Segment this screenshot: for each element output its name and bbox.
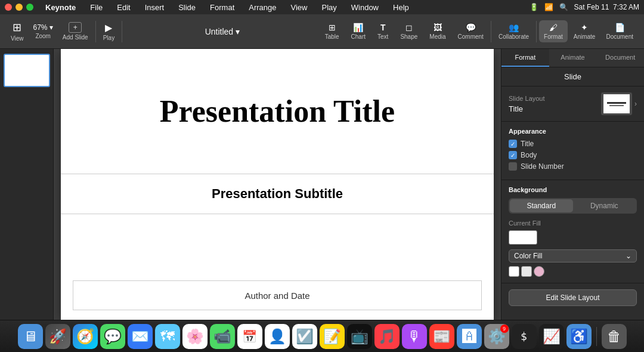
menu-play[interactable]: Play <box>318 2 340 13</box>
tab-animate[interactable]: Animate <box>549 49 597 67</box>
toolbar-add-slide[interactable]: + Add Slide <box>58 20 93 43</box>
slide-layout-label: Slide Layout <box>509 95 545 102</box>
menu-slide[interactable]: Slide <box>175 2 199 13</box>
toolbar-view[interactable]: ⊞ View <box>6 18 29 44</box>
toolbar-zoom[interactable]: 67% ▾ Zoom <box>29 21 58 42</box>
menu-arrange[interactable]: Arrange <box>245 2 280 13</box>
dock-trash[interactable]: 🗑 Trash <box>602 324 627 349</box>
toolbar-format-btn[interactable]: 🖌 Format <box>539 20 568 42</box>
dock-accessibility[interactable]: ♿ Accessibility Inspector <box>566 324 592 349</box>
dock-mail[interactable]: ✉️ Mail <box>128 324 153 349</box>
toolbar-animate-btn[interactable]: ✦ Animate <box>569 20 600 42</box>
dock-music[interactable]: 🎵 Music <box>374 324 400 349</box>
menu-format[interactable]: Format <box>206 2 238 13</box>
swatch-pink[interactable] <box>534 266 544 277</box>
dock-calendar[interactable]: 📅 Calendar <box>237 324 262 349</box>
dock-podcasts[interactable]: 🎙 Podcasts <box>402 324 427 349</box>
maximize-button[interactable] <box>26 4 33 11</box>
fill-dropdown[interactable]: Color Fill ⌄ <box>509 249 637 263</box>
dock-finder[interactable]: 🖥 Finder <box>18 324 43 349</box>
appearance-slidenumber-row[interactable]: Slide Number <box>509 162 637 171</box>
dock-photos[interactable]: 🌸 Photos <box>182 324 208 349</box>
title-checkbox[interactable]: ✓ <box>509 140 517 148</box>
dock-safari[interactable]: 🧭 Safari <box>73 324 98 349</box>
slide-subtitle-area[interactable]: Presentation Subtitle <box>61 174 494 214</box>
swatch-lightgray[interactable] <box>521 266 532 277</box>
dock-appstore[interactable]: 🅰 App Store <box>457 324 482 349</box>
slide-title[interactable]: Presentation Title <box>160 94 395 129</box>
menu-edit[interactable]: Edit <box>113 2 134 13</box>
toolbar: ⊞ View 67% ▾ Zoom + Add Slide ▶ Play Unt… <box>0 14 644 49</box>
canvas-area[interactable]: Presentation Title Presentation Subtitle… <box>54 49 501 320</box>
dock-reminders[interactable]: ☑️ Reminders <box>292 324 317 349</box>
toolbar-comment[interactable]: 💬 Comment <box>453 20 488 42</box>
swatch-white[interactable] <box>509 266 519 277</box>
slide-author-area[interactable]: Author and Date <box>73 280 482 310</box>
tab-format[interactable]: Format <box>501 49 549 67</box>
menu-insert[interactable]: Insert <box>141 2 168 13</box>
dock-maps[interactable]: 🗺 Maps <box>155 324 180 349</box>
doc-title-chevron: ▾ <box>236 27 240 36</box>
right-panel: Format Animate Document Slide Slide Layo… <box>501 49 644 320</box>
toolbar-shape[interactable]: ◻ Shape <box>395 20 422 42</box>
menu-help[interactable]: Help <box>389 2 413 13</box>
menu-view[interactable]: View <box>287 2 311 13</box>
dock-appletv[interactable]: 📺 Apple TV <box>347 324 372 349</box>
doc-title[interactable]: Untitled ▾ <box>205 27 240 36</box>
slide-subtitle[interactable]: Presentation Subtitle <box>212 186 343 202</box>
appearance-title-row[interactable]: ✓ Title <box>509 140 637 148</box>
maps-icon: 🗺 <box>160 328 175 345</box>
document-label: Document <box>606 33 633 40</box>
slide-layout-thumb[interactable] <box>601 92 632 115</box>
dock-contacts[interactable]: 👤 Contacts <box>265 324 290 349</box>
edit-slide-layout-button[interactable]: Edit Slide Layout <box>509 289 637 306</box>
body-checkbox[interactable]: ✓ <box>509 151 517 159</box>
dock-facetime[interactable]: 📹 FaceTime <box>210 324 235 349</box>
notes-icon: 📝 <box>323 328 341 345</box>
slide-canvas[interactable]: Presentation Title Presentation Subtitle… <box>61 49 494 320</box>
appearance-body-row[interactable]: ✓ Body <box>509 151 637 159</box>
toolbar-collaborate[interactable]: 👥 Collaborate <box>494 20 534 42</box>
toolbar-document-btn[interactable]: 📄 Document <box>601 20 638 42</box>
fill-color-box[interactable] <box>509 230 537 245</box>
dock-news[interactable]: 📰 News <box>429 324 454 349</box>
close-button[interactable] <box>5 4 12 11</box>
slide-layout-row[interactable]: Slide Layout Title › <box>509 92 637 115</box>
table-label: Table <box>325 33 339 40</box>
fill-label: Current Fill <box>509 220 637 227</box>
menu-search-icon[interactable]: 🔍 <box>559 3 568 11</box>
dock: 🖥 Finder 🚀 Launchpad 🧭 Safari 💬 Messages… <box>0 320 644 352</box>
slide-thumbnail-1[interactable] <box>4 54 50 87</box>
dock-launchpad[interactable]: 🚀 Launchpad <box>45 324 70 349</box>
dock-messages[interactable]: 💬 Messages <box>100 324 125 349</box>
separator-4 <box>536 21 537 42</box>
minimize-button[interactable] <box>16 4 23 11</box>
toolbar-table[interactable]: ⊞ Table <box>320 20 344 42</box>
animate-label: Animate <box>574 33 596 40</box>
bg-standard-btn[interactable]: Standard <box>510 199 573 212</box>
toolbar-text[interactable]: T Text <box>373 20 393 42</box>
animate-icon: ✦ <box>581 23 588 32</box>
dock-notes[interactable]: 📝 Notes <box>320 324 345 349</box>
tab-document[interactable]: Document <box>596 49 644 67</box>
window-controls <box>5 4 33 11</box>
toolbar-insert-group: ⊞ Table 📊 Chart T Text ◻ Shape 🖼 Media 💬… <box>320 20 488 42</box>
main-area: Presentation Title Presentation Subtitle… <box>0 49 644 320</box>
news-icon: 📰 <box>433 328 451 345</box>
slide-author[interactable]: Author and Date <box>244 291 309 301</box>
slide-title-area[interactable]: Presentation Title <box>61 49 494 174</box>
slide-layout-section: Slide Layout Title › <box>501 87 644 122</box>
media-icon: 🖼 <box>434 23 442 32</box>
toolbar-media[interactable]: 🖼 Media <box>425 20 450 42</box>
slidenumber-checkbox[interactable] <box>509 162 517 171</box>
menu-wifi-icon: 📶 <box>544 3 553 11</box>
menu-window[interactable]: Window <box>348 2 382 13</box>
document-icon: 📄 <box>615 23 625 32</box>
dock-activity[interactable]: 📈 Activity Monitor <box>539 324 564 349</box>
menu-file[interactable]: File <box>86 2 106 13</box>
toolbar-chart[interactable]: 📊 Chart <box>346 20 370 42</box>
dock-terminal[interactable]: $ Terminal <box>512 324 537 349</box>
dock-settings[interactable]: ⚙️ 9 System Preferences <box>484 324 509 349</box>
toolbar-play[interactable]: ▶ Play <box>98 20 119 44</box>
bg-dynamic-btn[interactable]: Dynamic <box>573 199 636 212</box>
